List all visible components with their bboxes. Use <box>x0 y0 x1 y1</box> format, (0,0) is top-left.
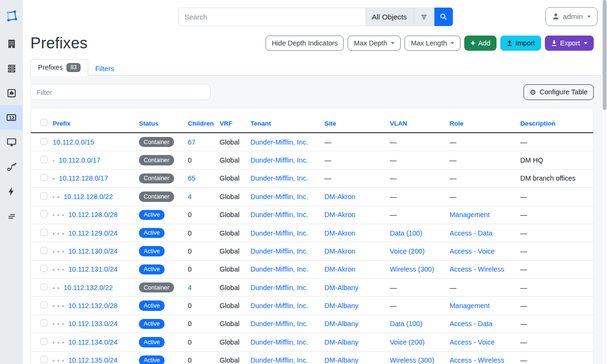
sidebar-item-virtualization[interactable] <box>0 130 23 155</box>
tenant-value[interactable]: Dunder-Mifflin, Inc. <box>250 156 308 164</box>
vlan-value[interactable]: Data (100) <box>390 320 423 328</box>
row-checkbox[interactable] <box>40 319 47 327</box>
prefix-link[interactable]: 10.112.135.0/24 <box>68 356 118 364</box>
vlan-value[interactable]: Wireless (300) <box>390 356 434 364</box>
row-checkbox[interactable] <box>40 283 47 291</box>
sidebar-item-power[interactable] <box>0 179 23 204</box>
prefix-link[interactable]: 10.112.129.0/24 <box>68 229 118 237</box>
children-value[interactable]: 4 <box>188 193 192 200</box>
vlan-value[interactable]: Voice (200) <box>390 247 424 255</box>
sidebar-item-devices[interactable] <box>0 56 23 81</box>
row-checkbox[interactable] <box>40 192 47 200</box>
prefix-link[interactable]: 10.112.0.0/17 <box>59 156 101 164</box>
scrollbar-thumb[interactable] <box>603 0 607 110</box>
search-submit-button[interactable] <box>434 8 453 26</box>
tenant-value[interactable]: Dunder-Mifflin, Inc. <box>250 265 308 273</box>
vlan-value[interactable]: Data (100) <box>390 229 423 237</box>
netbox-logo[interactable] <box>0 0 23 31</box>
column-sort-link[interactable]: VRF <box>220 120 232 127</box>
column-sort-link[interactable]: Prefix <box>53 120 71 127</box>
vlan-value[interactable]: Wireless (300) <box>390 265 434 273</box>
role-value[interactable]: Access - Voice <box>450 338 495 346</box>
table-filter-input[interactable] <box>30 84 211 100</box>
column-sort-link[interactable]: Tenant <box>250 120 271 127</box>
max-depth-dropdown[interactable]: Max Depth <box>348 36 401 51</box>
tenant-value[interactable]: Dunder-Mifflin, Inc. <box>250 320 308 328</box>
global-search-input[interactable] <box>178 8 365 26</box>
search-filter-button[interactable] <box>414 8 434 26</box>
row-checkbox[interactable] <box>40 338 47 345</box>
site-value[interactable]: DM-Albany <box>324 338 359 346</box>
prefix-link[interactable]: 10.112.130.0/24 <box>68 247 118 255</box>
site-value[interactable]: DM-Akron <box>324 265 355 273</box>
row-checkbox[interactable] <box>40 356 47 363</box>
user-menu-button[interactable]: admin <box>545 7 598 26</box>
column-sort-link[interactable]: Role <box>450 120 463 127</box>
prefix-link[interactable]: 10.112.0.0/15 <box>53 138 94 146</box>
children-value[interactable]: 4 <box>188 284 192 291</box>
tenant-value[interactable]: Dunder-Mifflin, Inc. <box>250 174 308 182</box>
row-checkbox[interactable] <box>40 265 47 272</box>
tenant-value[interactable]: Dunder-Mifflin, Inc. <box>250 284 308 291</box>
configure-table-button[interactable]: ⚙ Configure Table <box>524 84 594 100</box>
sidebar-item-customization[interactable] <box>0 204 23 228</box>
tenant-value[interactable]: Dunder-Mifflin, Inc. <box>250 247 308 255</box>
row-checkbox[interactable] <box>40 301 47 309</box>
import-button[interactable]: Import <box>500 36 541 51</box>
column-sort-link[interactable]: VLAN <box>390 120 407 127</box>
role-value[interactable]: Access - Wireless <box>450 356 504 364</box>
role-value[interactable]: Access - Voice <box>450 247 495 255</box>
prefix-link[interactable]: 10.112.133.0/24 <box>68 320 118 328</box>
row-checkbox[interactable] <box>40 138 47 145</box>
prefix-link[interactable]: 10.112.131.0/24 <box>68 265 118 273</box>
role-value[interactable]: Access - Data <box>450 320 492 328</box>
vlan-value[interactable]: Voice (200) <box>390 338 424 346</box>
tenant-value[interactable]: Dunder-Mifflin, Inc. <box>250 302 308 309</box>
tenant-value[interactable]: Dunder-Mifflin, Inc. <box>250 338 308 346</box>
site-value[interactable]: DM-Akron <box>324 229 355 237</box>
site-value[interactable]: DM-Akron <box>324 193 355 200</box>
row-checkbox[interactable] <box>40 156 47 163</box>
select-all-checkbox[interactable] <box>40 119 47 126</box>
site-value[interactable]: DM-Albany <box>324 320 359 328</box>
hide-depth-indicators-button[interactable]: Hide Depth Indicators <box>266 36 344 51</box>
search-scope-button[interactable]: All Objects <box>365 8 414 26</box>
site-value[interactable]: DM-Albany <box>324 302 359 309</box>
sidebar-item-ipam[interactable]: 1 2 <box>0 105 23 130</box>
prefix-link[interactable]: 10.112.128.0/28 <box>68 211 118 218</box>
role-value[interactable]: Management <box>450 302 490 309</box>
role-value[interactable]: Management <box>450 211 490 218</box>
row-checkbox[interactable] <box>40 247 47 254</box>
column-sort-link[interactable]: Site <box>324 120 336 127</box>
prefix-link[interactable]: 10.112.128.0/22 <box>64 193 113 200</box>
prefix-link[interactable]: 10.112.128.0/17 <box>59 174 108 182</box>
page-scrollbar[interactable] <box>601 0 607 364</box>
tenant-value[interactable]: Dunder-Mifflin, Inc. <box>250 211 308 218</box>
column-sort-link[interactable]: Description <box>520 120 555 127</box>
site-value[interactable]: DM-Albany <box>324 284 359 291</box>
tenant-value[interactable]: Dunder-Mifflin, Inc. <box>250 356 308 364</box>
export-dropdown[interactable]: Export <box>545 36 594 51</box>
max-length-dropdown[interactable]: Max Length <box>405 36 460 51</box>
site-value[interactable]: DM-Akron <box>324 247 355 255</box>
row-checkbox[interactable] <box>40 174 47 181</box>
tenant-value[interactable]: Dunder-Mifflin, Inc. <box>250 193 308 200</box>
site-value[interactable]: DM-Albany <box>324 356 359 364</box>
tab-prefixes[interactable]: Prefixes 83 <box>30 59 88 76</box>
children-value[interactable]: 67 <box>188 138 195 146</box>
role-value[interactable]: Access - Data <box>450 229 492 237</box>
site-value[interactable]: DM-Akron <box>324 211 355 218</box>
role-value[interactable]: Access - Wireless <box>450 265 504 273</box>
tenant-value[interactable]: Dunder-Mifflin, Inc. <box>250 229 308 237</box>
children-value[interactable]: 65 <box>188 174 195 182</box>
sidebar-item-connections[interactable] <box>0 81 23 105</box>
prefix-link[interactable]: 10.112.134.0/24 <box>68 338 118 346</box>
column-sort-link[interactable]: Status <box>139 120 158 127</box>
tab-filters[interactable]: Filters <box>88 62 121 76</box>
prefix-link[interactable]: 10.112.132.0/28 <box>68 302 118 309</box>
prefix-link[interactable]: 10.112.132.0/22 <box>64 284 113 291</box>
add-button[interactable]: + Add <box>464 36 497 51</box>
row-checkbox[interactable] <box>40 229 47 236</box>
sidebar-item-organization[interactable] <box>0 31 23 56</box>
column-sort-link[interactable]: Children <box>188 120 214 127</box>
